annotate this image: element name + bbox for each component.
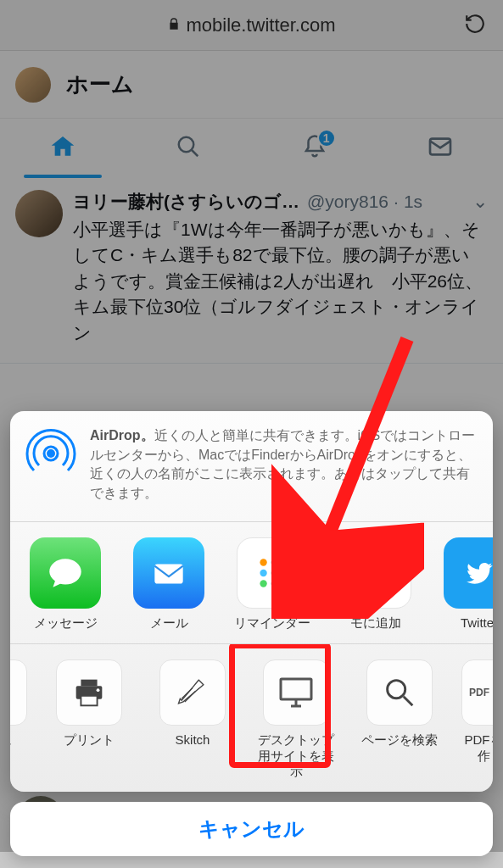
svg-rect-17: [81, 696, 97, 706]
reminders-icon: [237, 537, 308, 609]
svg-rect-5: [154, 565, 182, 584]
airdrop-section[interactable]: AirDrop。近くの人と簡単に共有できます。iOSではコントロールセンターから…: [10, 411, 493, 522]
share-app-notes[interactable]: モに追加: [334, 537, 417, 632]
svg-point-4: [47, 449, 55, 458]
share-app-twitter[interactable]: Twitter: [438, 537, 493, 632]
skitch-icon: [159, 659, 226, 726]
messages-icon: [30, 537, 101, 609]
airdrop-icon: [24, 426, 78, 481]
svg-point-8: [260, 570, 266, 576]
svg-rect-12: [363, 578, 388, 580]
notes-icon: [340, 537, 411, 609]
svg-point-10: [260, 580, 266, 587]
printer-icon: [56, 659, 122, 726]
action-skitch[interactable]: Skitch: [151, 659, 234, 780]
mail-icon: [133, 537, 204, 609]
share-app-mail[interactable]: メール: [127, 537, 210, 632]
svg-point-22: [388, 680, 405, 698]
search-icon: [366, 659, 433, 726]
action-find-on-page[interactable]: ページを検索: [358, 659, 441, 780]
svg-rect-13: [363, 584, 388, 586]
twitter-icon: [444, 537, 493, 609]
svg-rect-7: [271, 560, 287, 564]
share-app-messages[interactable]: メッセージ: [24, 537, 107, 632]
share-actions-row: に プリント Skitch デスクトップ用サイトを表示 ページを検索: [10, 644, 493, 792]
svg-rect-14: [363, 589, 379, 591]
svg-point-18: [97, 688, 100, 692]
pdf-icon: PDF: [461, 659, 493, 726]
airdrop-description: AirDrop。近くの人と簡単に共有できます。iOSではコントロールセンターから…: [90, 426, 479, 503]
ios-share-sheet: AirDrop。近くの人と簡単に共有できます。iOSではコントロールセンターから…: [10, 411, 493, 792]
svg-line-23: [404, 697, 413, 706]
share-apps-row: メッセージ メール リマインダー: [10, 522, 493, 643]
action-partial-left[interactable]: に: [10, 659, 27, 780]
svg-rect-9: [271, 571, 287, 575]
share-app-reminders[interactable]: リマインダー: [231, 537, 314, 632]
annotation-highlight: [229, 644, 331, 768]
cancel-button[interactable]: キャンセル: [10, 802, 493, 856]
action-pdf[interactable]: PDF PDFを作: [461, 659, 493, 780]
svg-rect-15: [81, 679, 97, 686]
svg-point-6: [260, 559, 266, 565]
action-print[interactable]: プリント: [48, 659, 131, 780]
svg-rect-11: [271, 581, 287, 585]
